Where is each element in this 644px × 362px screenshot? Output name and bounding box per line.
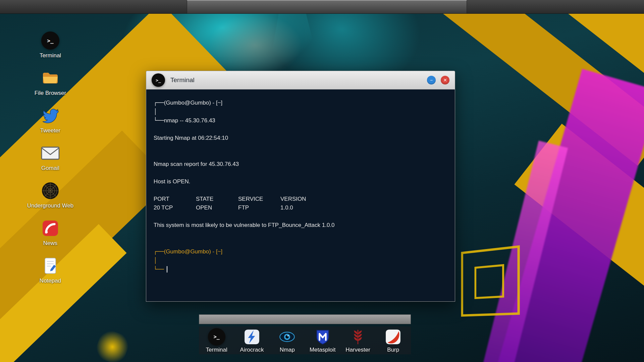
desktop: >_ Terminal File Browser Tweeter xyxy=(0,0,644,362)
prompt-connector: │ xyxy=(154,107,447,116)
close-icon: ✕ xyxy=(443,78,447,82)
folder-icon xyxy=(41,69,60,87)
dock-item-label: Metasploit xyxy=(310,347,335,353)
terminal-glyph: >_ xyxy=(214,334,220,340)
desktop-icon-label: Notepad xyxy=(40,278,61,284)
command-text: nmap -- 45.30.76.43 xyxy=(164,117,215,124)
news-icon xyxy=(41,219,60,238)
table-cell: 1.0.0 xyxy=(280,203,293,212)
scan-table-row: 20 TCP OPEN FTP 1.0.0 xyxy=(154,203,447,212)
column-header: PORT xyxy=(154,195,196,203)
dock: >_ Terminal Airocrack xyxy=(199,326,411,354)
wallpaper-cube-outline xyxy=(475,264,504,299)
top-panel xyxy=(0,0,644,14)
window-controls: − ✕ xyxy=(427,76,449,84)
desktop-icon-column: >_ Terminal File Browser Tweeter xyxy=(25,31,75,284)
dock-item-label: Nmap xyxy=(280,347,295,353)
dock-item-harvester[interactable]: Harvester xyxy=(341,328,375,353)
nmap-report-line: Nmap scan report for 45.30.76.43 xyxy=(154,160,447,169)
desktop-icon-label: Tweeter xyxy=(40,127,60,134)
terminal-window: >_ Terminal − ✕ ┌──(Gumbo@Gumbo) - [~] │… xyxy=(146,71,455,302)
desktop-icon-label: Terminal xyxy=(40,52,61,59)
terminal-cursor xyxy=(167,266,167,273)
host-status-line: Host is OPEN. xyxy=(154,177,447,186)
prompt-block: ┌──(Gumbo@Gumbo) - [~] │ └──nmap -- 45.3… xyxy=(154,98,447,125)
bird-icon xyxy=(41,106,60,125)
window-title: Terminal xyxy=(170,76,195,84)
airocrack-icon xyxy=(243,328,261,346)
terminal-output[interactable]: ┌──(Gumbo@Gumbo) - [~] │ └──nmap -- 45.3… xyxy=(146,89,455,302)
desktop-icon-underground-web[interactable]: Underground Web xyxy=(22,181,79,209)
desktop-icon-file-browser[interactable]: File Browser xyxy=(22,69,79,97)
minimize-button[interactable]: − xyxy=(427,76,436,84)
table-cell: FTP xyxy=(238,203,280,212)
harvester-wheat-icon xyxy=(349,328,367,346)
scan-table-header: PORT STATE SERVICE VERSION xyxy=(154,195,447,203)
desktop-icon-label: File Browser xyxy=(35,90,66,97)
close-button[interactable]: ✕ xyxy=(441,76,449,84)
dock-item-nmap[interactable]: Nmap xyxy=(270,328,304,353)
terminal-window-icon: >_ xyxy=(152,73,165,87)
prompt-block-active: ┌──(Gumbo@Gumbo) - [~] │ └── xyxy=(154,247,447,274)
dock-item-label: Terminal xyxy=(206,347,227,353)
terminal-glyph: >_ xyxy=(156,78,161,83)
command-line: └──nmap -- 45.30.76.43 xyxy=(154,116,447,125)
dock-handle[interactable] xyxy=(199,314,411,324)
taskbar-window-segment[interactable] xyxy=(187,0,467,13)
spiderweb-icon xyxy=(41,181,60,200)
prompt-connector: │ xyxy=(154,256,447,265)
prompt-user: (Gumbo@Gumbo) - [~] xyxy=(164,248,223,255)
burp-icon xyxy=(384,328,402,346)
dock-item-terminal[interactable]: >_ Terminal xyxy=(200,328,233,353)
dock-item-label: Harvester xyxy=(345,347,370,353)
minimize-icon: − xyxy=(430,78,433,82)
desktop-icon-terminal[interactable]: >_ Terminal xyxy=(22,31,79,59)
envelope-icon xyxy=(41,144,60,163)
metasploit-shield-icon xyxy=(314,328,331,346)
terminal-glyph: >_ xyxy=(47,38,53,44)
prompt-line: ┌──(Gumbo@Gumbo) - [~] xyxy=(154,247,447,256)
terminal-icon: >_ xyxy=(208,328,225,346)
vulnerability-line: This system is most likely to be vulnera… xyxy=(154,221,447,230)
scan-table: PORT STATE SERVICE VERSION 20 TCP OPEN F… xyxy=(154,195,447,212)
table-cell: OPEN xyxy=(196,203,238,212)
nmap-eye-icon xyxy=(278,328,296,346)
desktop-icon-gomail[interactable]: Gomail xyxy=(22,144,79,172)
dock-item-label: Airocrack xyxy=(240,347,264,353)
dock-item-airocrack[interactable]: Airocrack xyxy=(235,328,269,353)
column-header: SERVICE xyxy=(238,195,280,203)
nmap-starting-line: Starting Nmap at 06:22:54:10 xyxy=(154,134,447,142)
notepad-icon xyxy=(41,256,60,275)
desktop-icon-label: Underground Web xyxy=(27,202,74,209)
prompt-line: ┌──(Gumbo@Gumbo) - [~] xyxy=(154,98,447,107)
prompt-user: (Gumbo@Gumbo) - [~] xyxy=(164,100,223,106)
dock-item-burp[interactable]: Burp xyxy=(376,328,410,353)
dock-item-label: Burp xyxy=(387,347,399,353)
input-line: └── xyxy=(154,265,447,274)
column-header: VERSION xyxy=(280,195,306,203)
dock-item-metasploit[interactable]: Metasploit xyxy=(306,328,339,353)
column-header: STATE xyxy=(196,195,238,203)
dock-panel: >_ Terminal Airocrack xyxy=(199,314,411,354)
wallpaper-shape xyxy=(93,327,131,362)
terminal-icon: >_ xyxy=(41,31,60,50)
terminal-titlebar[interactable]: >_ Terminal − ✕ xyxy=(146,71,455,89)
desktop-icon-label: Gomail xyxy=(41,165,59,172)
desktop-icon-label: News xyxy=(43,240,58,247)
desktop-icon-tweeter[interactable]: Tweeter xyxy=(22,106,79,134)
desktop-icon-notepad[interactable]: Notepad xyxy=(22,256,79,284)
desktop-icon-news[interactable]: News xyxy=(22,219,79,247)
table-cell: 20 TCP xyxy=(154,203,196,212)
